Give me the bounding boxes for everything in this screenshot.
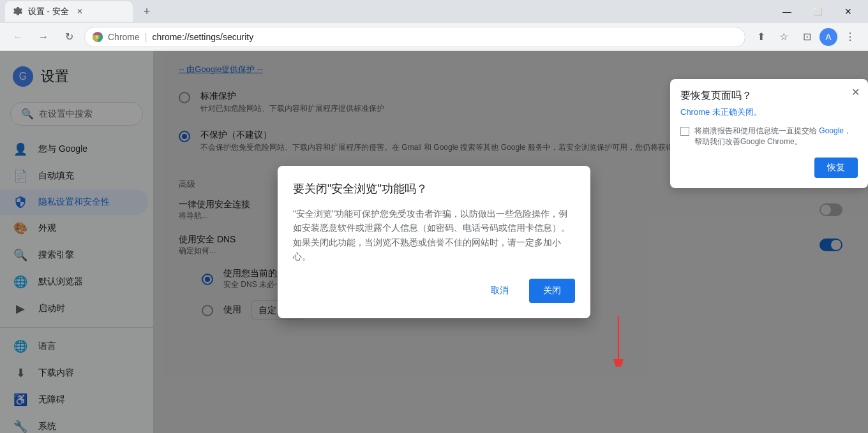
- restore-checkbox-label: 将崩溃报告和使用信息统一直提交给 Google，帮助我们改善Google Chr…: [694, 126, 858, 147]
- reload-button[interactable]: ↻: [59, 27, 79, 47]
- cancel-button[interactable]: 取消: [478, 279, 521, 303]
- address-site: Chrome: [108, 32, 140, 42]
- forward-button[interactable]: →: [33, 27, 54, 47]
- profile-button[interactable]: A: [819, 28, 837, 46]
- maximize-button[interactable]: [803, 1, 832, 22]
- browser-content: G 设置 🔍 在设置中搜索 👤 您与 Google 📄 自动填充 隐私设置: [0, 51, 868, 433]
- address-path: chrome://settings/security: [152, 32, 737, 42]
- restore-subtitle: Chrome 未正确关闭。: [680, 106, 858, 118]
- address-divider: |: [145, 32, 147, 42]
- tab-close-button[interactable]: ✕: [74, 6, 86, 17]
- window-close-button[interactable]: [834, 1, 863, 22]
- restore-checkbox[interactable]: [680, 127, 689, 136]
- safe-browsing-dialog: 要关闭"安全浏览"功能吗？ "安全浏览"功能可保护您免受攻击者诈骗，以防做出一些…: [278, 166, 590, 319]
- minimize-button[interactable]: [772, 1, 802, 22]
- restore-actions: 恢复: [680, 158, 858, 178]
- restore-button[interactable]: 恢复: [814, 158, 858, 178]
- window-close-icon: [844, 6, 852, 17]
- split-button[interactable]: ⊡: [797, 27, 817, 47]
- tab-title: 设置 - 安全: [28, 6, 69, 17]
- dialog-body: "安全浏览"功能可保护您免受攻击者诈骗，以防做出一些危险操作，例如安装恶意软件或…: [293, 207, 575, 264]
- active-tab[interactable]: 设置 - 安全 ✕: [5, 1, 133, 22]
- window-controls: [772, 1, 863, 22]
- restore-checkbox-row: 将崩溃报告和使用信息统一直提交给 Google，帮助我们改善Google Chr…: [680, 126, 858, 147]
- toolbar: ← → ↻ Chrome | chrome://settings/securit…: [0, 23, 868, 51]
- dialog-title: 要关闭"安全浏览"功能吗？: [293, 181, 575, 196]
- new-tab-button[interactable]: +: [138, 3, 156, 20]
- tab-favicon: [13, 6, 23, 17]
- toolbar-actions: ⬆ ☆ ⊡ A ⋮: [751, 27, 860, 47]
- restore-popup: ✕ 要恢复页面吗？ Chrome 未正确关闭。 将崩溃报告和使用信息统一直提交给…: [670, 79, 868, 188]
- dialog-actions: 取消 关闭: [293, 279, 575, 303]
- bookmark-button[interactable]: ☆: [774, 27, 794, 47]
- minimize-icon: [782, 6, 791, 17]
- share-button[interactable]: ⬆: [751, 27, 771, 47]
- menu-button[interactable]: ⋮: [840, 27, 860, 47]
- browser-frame: 设置 - 安全 ✕ + ← → ↻ Chrome: [0, 0, 868, 433]
- confirm-close-button[interactable]: 关闭: [529, 279, 575, 303]
- chrome-icon: [93, 32, 103, 42]
- maximize-icon: [813, 7, 823, 16]
- restore-close-button[interactable]: ✕: [848, 84, 863, 99]
- title-bar: 设置 - 安全 ✕ +: [0, 0, 868, 23]
- address-bar[interactable]: Chrome | chrome://settings/security: [84, 27, 745, 47]
- back-button[interactable]: ←: [8, 27, 28, 47]
- arrow-indicator: [599, 316, 638, 369]
- restore-title: 要恢复页面吗？: [680, 89, 858, 103]
